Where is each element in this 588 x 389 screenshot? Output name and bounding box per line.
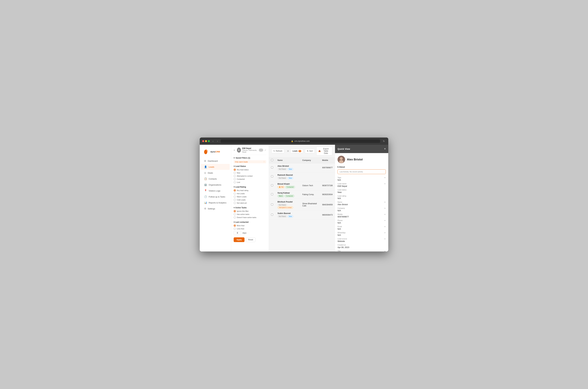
expand-icon[interactable]: ⤢ — [264, 149, 266, 151]
radio-less-than[interactable] — [234, 228, 236, 230]
refresh-button[interactable]: ↻ Refresh — [271, 149, 284, 153]
active-filter-tag[interactable]: Only warm leads ⋮ — [234, 160, 266, 163]
edit-icon[interactable]: ✏ — [384, 250, 386, 252]
tasks-has[interactable]: Has active tasks — [234, 213, 266, 215]
contacts-icon: 📋 — [204, 177, 207, 180]
address-bar[interactable]: 🔒 crm.dynohive.com — [220, 139, 380, 143]
lead-status-any[interactable]: Any lead status — [234, 169, 266, 171]
reload-button[interactable]: ↻ — [382, 140, 386, 143]
radio-not-rated-rating[interactable] — [234, 202, 236, 204]
radio-hot-rating[interactable] — [234, 193, 236, 195]
lead-status-lost[interactable]: Lost — [234, 181, 266, 183]
reports-icon: 📊 — [204, 201, 207, 204]
quick-view-close-button[interactable]: × — [384, 147, 386, 151]
reset-button[interactable]: Reset — [246, 237, 255, 242]
lead-rating-warm[interactable]: Warm Leads — [234, 195, 266, 198]
lead-status-header[interactable]: ▾ Lead Status — [234, 165, 266, 167]
lead-status-new[interactable]: New — [234, 172, 266, 174]
tasks-ignore[interactable]: Ignore this filter — [234, 210, 266, 212]
last-contacted-header[interactable]: ▾ Last contacted — [234, 221, 266, 223]
radio-ignore-tasks[interactable] — [234, 210, 236, 212]
radio-lost-status[interactable] — [234, 181, 236, 183]
maximize-traffic-light[interactable] — [208, 140, 210, 142]
minimize-traffic-light[interactable] — [205, 140, 207, 142]
row-checkbox[interactable] — [271, 203, 273, 205]
lead-rating-any[interactable]: Any lead rating — [234, 189, 266, 192]
days-input[interactable] — [234, 231, 241, 235]
contacted-more[interactable]: More than — [234, 225, 266, 227]
row-name-cell[interactable]: Subin Basnet Not RatedNew — [275, 211, 300, 220]
row-checkbox[interactable] — [271, 193, 273, 195]
row-name-cell[interactable]: Binod Khatri 🔥 HotContacted — [275, 181, 300, 190]
toggle-switch[interactable] — [259, 149, 263, 152]
sidebar-item-leads[interactable]: 👤 Leads — [201, 164, 230, 170]
edit-icon[interactable]: ✏ — [384, 232, 386, 234]
sidebar-item-visitors[interactable]: 📍 Visitors Logs — [201, 188, 230, 194]
row-name-cell[interactable]: Suraj Kalwar WarmContacted — [275, 190, 300, 199]
table-row[interactable]: Alex Bristol Not RatedNew 9097899877 — [269, 163, 335, 172]
sidebar-item-dashboard[interactable]: ⊞ Dashboard — [201, 158, 230, 164]
forward-button[interactable]: › — [216, 140, 219, 143]
edit-icon[interactable]: ✏ — [384, 207, 386, 209]
contacted-less[interactable]: Less than — [234, 228, 266, 230]
row-name-cell[interactable]: Ramesh Basnet Not RatedNew — [275, 172, 300, 181]
lead-rating-header[interactable]: ▾ Lead Rating — [234, 186, 266, 188]
edit-icon[interactable]: ✏ — [384, 183, 386, 185]
sort-button[interactable]: ⇅ Sort — [305, 149, 315, 153]
leads-count-badge: 6 — [298, 150, 301, 152]
lead-rating-cold[interactable]: Cold Leads — [234, 199, 266, 201]
leads-filter-button[interactable]: Leads 6 — [290, 149, 303, 153]
edit-icon[interactable]: ✏ — [384, 238, 386, 240]
radio-cold-rating[interactable] — [234, 199, 236, 201]
row-checkbox[interactable] — [271, 184, 273, 186]
panel-back-button[interactable]: « — [234, 149, 235, 152]
apply-button[interactable]: Apply — [234, 237, 245, 242]
qv-field-item: Title N/A ✏ — [337, 250, 386, 252]
row-checkbox[interactable] — [271, 175, 273, 177]
row-name-cell[interactable]: Bhrikuti Poudel Not RatedAttempted to co… — [275, 199, 300, 211]
active-tasks-header[interactable]: ▾ Active Tasks — [234, 207, 266, 209]
radio-any-status[interactable] — [234, 169, 236, 171]
export-button[interactable]: 📤 Export Table Data — [316, 147, 332, 155]
tasks-doesnt[interactable]: Doesn't have active tasks — [234, 216, 266, 219]
row-checkbox[interactable] — [271, 214, 273, 216]
sidebar-item-followup[interactable]: 🕐 Follow-up & Tasks — [201, 194, 230, 200]
table-row[interactable]: Binod Khatri 🔥 HotContacted Osborn Tech … — [269, 181, 335, 190]
edit-icon[interactable]: ✏ — [384, 226, 386, 228]
table-row[interactable]: Ramesh Basnet Not RatedNew — [269, 172, 335, 181]
edit-icon[interactable]: ✏ — [384, 213, 386, 216]
refresh-icon: ↻ — [273, 150, 275, 152]
radio-warm-rating[interactable] — [234, 195, 236, 198]
select-all-checkbox[interactable] — [271, 159, 273, 161]
qv-field-label: Lead status — [337, 189, 346, 191]
table-row[interactable]: Bhrikuti Poudel Not RatedAttempted to co… — [269, 199, 335, 211]
sidebar-item-organizations[interactable]: 🏢 Organizations — [201, 182, 230, 188]
row-checkbox[interactable] — [271, 166, 273, 168]
table-row[interactable]: Subin Basnet Not RatedNew 9800938473 — [269, 211, 335, 220]
sidebar-item-settings[interactable]: ⚙ Settings — [201, 206, 230, 212]
radio-more-than[interactable] — [234, 225, 236, 227]
back-button[interactable]: ‹ — [212, 140, 214, 143]
radio-contacted-status[interactable] — [234, 178, 236, 180]
lead-status-attempted[interactable]: Attempted to contact — [234, 175, 266, 177]
radio-has-tasks[interactable] — [234, 213, 236, 215]
radio-new-status[interactable] — [234, 172, 236, 174]
row-name-cell[interactable]: Alex Bristol Not RatedNew — [275, 163, 300, 172]
lead-rating-hot[interactable]: Hot Leads — [234, 193, 266, 195]
more-options-icon[interactable]: ⋮ — [263, 161, 265, 163]
radio-doesnt-tasks[interactable] — [234, 216, 236, 219]
sidebar-item-contacts[interactable]: 📋 Contacts — [201, 176, 230, 182]
lead-status-contacted[interactable]: Contacted — [234, 178, 266, 180]
radio-attempted-status[interactable] — [234, 175, 236, 177]
sidebar-item-deals[interactable]: ◎ Deals — [201, 170, 230, 176]
edit-icon[interactable]: ✏ — [384, 177, 386, 179]
lead-rating-not-rated[interactable]: Not rated yet — [234, 202, 266, 204]
close-traffic-light[interactable] — [202, 140, 204, 142]
radio-any-rating[interactable] — [234, 189, 236, 192]
lead-name: Suraj Kalwar — [278, 192, 298, 194]
left-panel: « E EMI Nepal Tinkune, Kathmandu, Nepal … — [231, 145, 269, 252]
table-row[interactable]: Suraj Kalwar WarmContacted Fabing Comp. … — [269, 190, 335, 199]
edit-icon[interactable]: ✏ — [384, 220, 386, 222]
edit-icon[interactable]: ✏ — [384, 201, 386, 203]
sidebar-item-reports[interactable]: 📊 Reports & Analytics — [201, 200, 230, 206]
